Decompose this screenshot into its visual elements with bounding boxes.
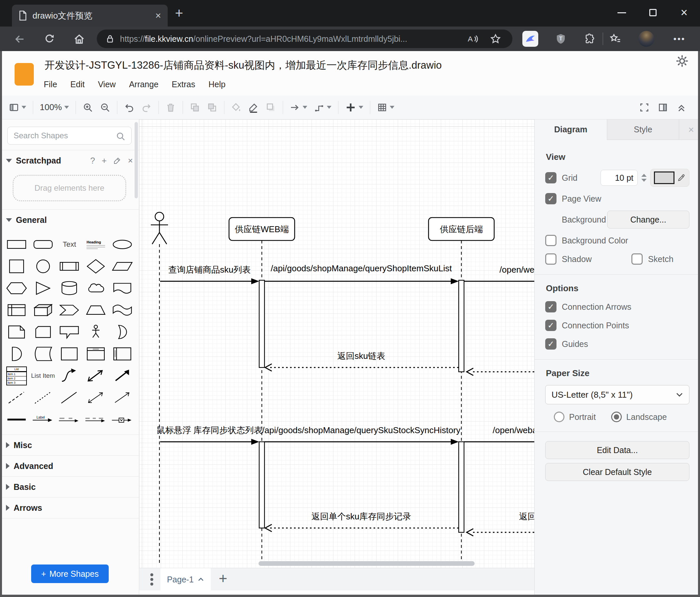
shape-note[interactable] xyxy=(3,321,30,343)
message-query-sku-list[interactable]: 查询店铺商品sku列表 xyxy=(160,265,259,284)
section-misc[interactable]: Misc xyxy=(0,435,139,455)
scratchpad-header[interactable]: Scratchpad ? + × xyxy=(0,150,139,171)
shape-bidirectional-arrow[interactable] xyxy=(82,365,109,387)
new-tab-icon[interactable]: + xyxy=(175,5,183,21)
shape-trapezoid[interactable] xyxy=(82,299,109,321)
shape-diamond[interactable] xyxy=(82,255,109,277)
message-api-query-shop-item-sku-list[interactable]: /api/goods/shopManage/queryShopItemSkuLi… xyxy=(265,263,459,284)
shape-dashed-line[interactable] xyxy=(3,387,30,409)
lock-icon[interactable] xyxy=(105,33,115,44)
participant-web[interactable]: 供应链WEB端 xyxy=(229,218,295,240)
menu-edit[interactable]: Edit xyxy=(70,79,84,89)
shape-heading[interactable]: Heading xyxy=(82,234,109,255)
shape-document[interactable] xyxy=(109,277,135,299)
shape-rounded-rectangle[interactable] xyxy=(30,234,56,255)
favorite-star-icon[interactable] xyxy=(490,33,501,44)
shape-cube[interactable] xyxy=(30,299,56,321)
shape-step[interactable] xyxy=(56,299,83,321)
shape-directional-connector[interactable] xyxy=(109,387,135,409)
shape-or[interactable] xyxy=(109,321,135,343)
section-basic[interactable]: Basic xyxy=(0,477,139,497)
url-text[interactable]: https://file.kkview.cn/onlinePreview?url… xyxy=(120,34,407,44)
more-menu-icon[interactable]: ••• xyxy=(672,31,688,47)
activation-web-2[interactable] xyxy=(259,442,265,528)
shape-arrow[interactable] xyxy=(109,365,135,387)
window-close-icon[interactable]: × xyxy=(676,5,692,21)
return-single-sku-sync-record[interactable]: 返回单个sku库存同步记录 xyxy=(265,511,459,532)
back-arrow-icon[interactable] xyxy=(12,31,27,47)
sketch-checkbox[interactable] xyxy=(631,254,643,265)
extensions-puzzle-icon[interactable] xyxy=(581,31,597,47)
view-icon[interactable] xyxy=(5,99,29,116)
tab-close-icon[interactable]: × xyxy=(155,10,161,21)
message-open-webapi-item[interactable]: /open/webapi/item xyxy=(464,425,534,442)
format-panel-icon[interactable] xyxy=(654,99,672,116)
table-icon[interactable] xyxy=(374,99,398,116)
shape-hexagon[interactable] xyxy=(3,277,30,299)
shape-callout[interactable] xyxy=(56,321,83,343)
grid-checkbox[interactable]: ✓ xyxy=(545,172,556,184)
activation-backend-2[interactable] xyxy=(459,442,464,532)
message-api-query-sku-stock-sync-history[interactable]: /api/goods/shopManage/querySkuStockSyncH… xyxy=(262,425,460,445)
to-front-icon[interactable] xyxy=(186,99,203,116)
shape-curve[interactable] xyxy=(56,365,83,387)
zoom-level-dropdown[interactable]: 100% xyxy=(36,99,72,116)
fill-color-icon[interactable] xyxy=(228,99,245,116)
activation-web-1[interactable] xyxy=(259,280,265,367)
tab-style[interactable]: Style xyxy=(607,119,679,140)
grid-color-button[interactable] xyxy=(650,169,690,187)
message-open-webapi[interactable]: /open/webapi/ xyxy=(464,265,534,281)
shape-square[interactable] xyxy=(3,255,30,277)
url-bar[interactable]: https://file.kkview.cn/onlinePreview?url… xyxy=(97,29,512,48)
pages-menu-icon[interactable] xyxy=(145,571,158,588)
undo-icon[interactable] xyxy=(121,99,138,116)
activation-backend-1[interactable] xyxy=(459,280,464,372)
connection-arrows-checkbox[interactable]: ✓ xyxy=(545,301,556,312)
shape-line[interactable] xyxy=(56,387,83,409)
connection-points-checkbox[interactable]: ✓ xyxy=(545,320,556,331)
fullscreen-icon[interactable] xyxy=(636,99,653,116)
horizontal-scrollbar[interactable] xyxy=(258,561,475,566)
tampermonkey-shield-icon[interactable]: T xyxy=(553,31,569,47)
waypoints-icon[interactable] xyxy=(310,99,335,116)
message-hover-stock-sync[interactable]: 鼠标悬浮 库存同步状态列表 xyxy=(156,425,262,445)
window-maximize-icon[interactable] xyxy=(645,5,661,21)
shape-card[interactable] xyxy=(30,321,56,343)
panel-close-icon[interactable]: × xyxy=(688,124,694,135)
shape-link-edge[interactable] xyxy=(109,409,135,430)
to-back-icon[interactable] xyxy=(203,99,221,116)
home-icon[interactable] xyxy=(72,31,87,47)
paper-size-select[interactable]: US-Letter (8,5" x 11") xyxy=(545,385,690,404)
delete-icon[interactable] xyxy=(162,99,179,116)
shape-data-storage[interactable] xyxy=(30,343,56,365)
shape-horizontal-container[interactable] xyxy=(109,343,135,365)
return-sku-list[interactable]: 返回sku链表 xyxy=(265,351,459,371)
sequence-diagram[interactable]: 供应链WEB端 供应链后端 查询店铺商品sku列表 /api/goods/sho… xyxy=(139,119,534,568)
guides-checkbox[interactable]: ✓ xyxy=(545,338,556,350)
add-icon[interactable]: + xyxy=(102,156,107,166)
shape-parallelogram[interactable] xyxy=(109,255,135,277)
shape-triangle[interactable] xyxy=(30,277,56,299)
shape-container[interactable] xyxy=(56,343,83,365)
redo-icon[interactable] xyxy=(138,99,155,116)
insert-icon[interactable] xyxy=(342,99,367,116)
avatar[interactable] xyxy=(639,31,654,47)
scratchpad-drop-area[interactable]: Drag elements here xyxy=(12,175,126,201)
edit-pencil-icon[interactable] xyxy=(114,157,121,165)
shadow-icon[interactable] xyxy=(262,99,279,116)
shape-internal-storage[interactable] xyxy=(3,299,30,321)
help-icon[interactable]: ? xyxy=(90,156,95,166)
edit-data-button[interactable]: Edit Data... xyxy=(545,441,690,459)
shape-horizontal-rule[interactable] xyxy=(3,409,30,430)
portrait-radio[interactable]: Portrait xyxy=(554,412,596,422)
window-minimize-icon[interactable] xyxy=(614,5,630,21)
background-change-button[interactable]: Change... xyxy=(607,211,690,229)
shadow-checkbox[interactable] xyxy=(545,254,556,265)
read-aloud-icon[interactable]: A xyxy=(467,33,479,44)
section-arrows[interactable]: Arrows xyxy=(0,498,139,518)
kkview-bird-icon[interactable] xyxy=(522,31,538,47)
shape-vertical-container[interactable] xyxy=(82,343,109,365)
shape-cloud[interactable] xyxy=(82,277,109,299)
section-general[interactable]: General xyxy=(0,210,139,230)
shape-list-item[interactable]: List Item xyxy=(30,365,56,387)
